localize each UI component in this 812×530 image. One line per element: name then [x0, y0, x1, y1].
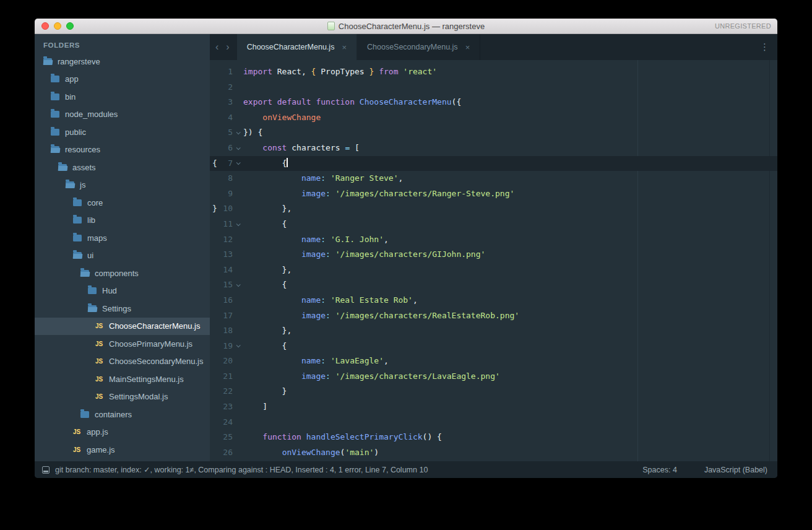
code-line-23[interactable]: 23 ]	[210, 399, 777, 415]
tab-next-icon[interactable]: ›	[226, 41, 229, 53]
fold-chevron-icon[interactable]	[233, 217, 243, 232]
line-number: 14	[218, 263, 233, 278]
sidebar-item-ChooseCharacterMenu-js[interactable]: JSChooseCharacterMenu.js	[35, 318, 210, 336]
sidebar-item-label: app	[65, 74, 79, 84]
fold-spacer	[233, 247, 243, 263]
sidebar-item-resources[interactable]: resources	[35, 141, 210, 159]
editor-column: ‹ › ChooseCharacterMenu.js×ChooseSeconda…	[210, 34, 777, 461]
tabs: ChooseCharacterMenu.js×ChooseSecondaryMe…	[237, 34, 481, 60]
folder-open-icon	[73, 252, 82, 259]
code-line-20[interactable]: 20 name: 'LavaEagle',	[210, 354, 777, 369]
tab-prev-icon[interactable]: ‹	[215, 41, 218, 53]
sidebar-item-app[interactable]: app	[35, 71, 210, 89]
brace-match-marker	[210, 369, 218, 384]
indent-setting[interactable]: Spaces: 4	[642, 466, 677, 474]
sidebar-item-public[interactable]: public	[35, 123, 210, 141]
fold-spacer	[233, 354, 243, 369]
code-line-4[interactable]: 4 onViewChange	[210, 110, 777, 126]
code-line-5[interactable]: 5}) {	[210, 125, 777, 141]
sidebar-item-core[interactable]: core	[35, 194, 210, 212]
sidebar-item-ui[interactable]: ui	[35, 247, 210, 265]
code-line-7[interactable]: {7 {	[210, 156, 777, 172]
code-text: const characters = [	[243, 141, 777, 156]
tab-bar: ‹ › ChooseCharacterMenu.js×ChooseSeconda…	[210, 34, 777, 60]
sidebar-item-label: maps	[87, 233, 107, 243]
fold-chevron-icon[interactable]	[233, 156, 243, 172]
sidebar-item-rangersteve[interactable]: rangersteve	[35, 53, 210, 71]
tab-ChooseSecondaryMenu-js[interactable]: ChooseSecondaryMenu.js×	[357, 34, 480, 60]
panel-icon[interactable]	[42, 466, 50, 474]
tab-overflow-icon[interactable]: ⋮	[752, 34, 777, 60]
folder-icon	[51, 111, 59, 118]
sidebar-item-MainSettingsMenu-js[interactable]: JSMainSettingsMenu.js	[35, 370, 210, 388]
syntax-setting[interactable]: JavaScript (Babel)	[704, 466, 767, 474]
code-line-17[interactable]: 17 image: '/images/characters/RealEstate…	[210, 308, 777, 324]
code-line-21[interactable]: 21 image: '/images/characters/LavaEagle.…	[210, 369, 777, 384]
fold-spacer	[233, 415, 243, 430]
sidebar-item-lib[interactable]: lib	[35, 212, 210, 230]
tab-ChooseCharacterMenu-js[interactable]: ChooseCharacterMenu.js×	[237, 34, 357, 60]
sidebar-item-Settings[interactable]: Settings	[35, 300, 210, 318]
code-line-15[interactable]: 15 {	[210, 277, 777, 293]
fold-chevron-icon[interactable]	[233, 277, 243, 293]
tab-close-icon[interactable]: ×	[465, 43, 470, 52]
sidebar-item-bin[interactable]: bin	[35, 88, 210, 106]
code-editor[interactable]: 1import React, { PropTypes } from 'react…	[210, 60, 777, 461]
sidebar-item-js[interactable]: js	[35, 176, 210, 194]
sidebar-item-game-js[interactable]: JSgame.js	[35, 441, 210, 459]
code-line-3[interactable]: 3export default function ChooseCharacter…	[210, 95, 777, 110]
code-line-12[interactable]: 12 name: 'G.I. John',	[210, 232, 777, 248]
code-line-16[interactable]: 16 name: 'Real Estate Rob',	[210, 293, 777, 308]
code-line-6[interactable]: 6 const characters = [	[210, 141, 777, 156]
brace-match-marker: }	[210, 201, 218, 217]
code-line-11[interactable]: 11 {	[210, 217, 777, 232]
sidebar-item-maps[interactable]: maps	[35, 229, 210, 247]
code-line-1[interactable]: 1import React, { PropTypes } from 'react…	[210, 64, 777, 80]
minimize-button[interactable]	[54, 22, 61, 30]
code-line-2[interactable]: 2	[210, 80, 777, 95]
line-number: 22	[218, 384, 233, 399]
line-number: 16	[218, 293, 233, 308]
tab-close-icon[interactable]: ×	[342, 43, 347, 52]
code-line-26[interactable]: 26 onViewChange('main')	[210, 445, 777, 461]
zoom-button[interactable]	[66, 22, 74, 30]
code-line-22[interactable]: 22 }	[210, 384, 777, 399]
code-line-13[interactable]: 13 image: '/images/characters/GIJohn.png…	[210, 247, 777, 263]
line-number: 8	[218, 171, 233, 186]
code-line-24[interactable]: 24	[210, 415, 777, 430]
folder-icon	[88, 287, 97, 294]
sidebar-item-label: Settings	[102, 304, 131, 313]
sidebar-item-node_modules[interactable]: node_modules	[35, 106, 210, 124]
code-line-9[interactable]: 9 image: '/images/characters/Ranger-Stev…	[210, 186, 777, 202]
sidebar-item-ChoosePrimaryMenu-js[interactable]: JSChoosePrimaryMenu.js	[35, 335, 210, 353]
close-button[interactable]	[41, 22, 49, 30]
titlebar: ChooseCharacterMenu.js — rangersteve UNR…	[35, 19, 777, 34]
folder-icon	[73, 235, 82, 241]
code-line-19[interactable]: 19 {	[210, 339, 777, 354]
fold-chevron-icon[interactable]	[233, 141, 243, 156]
sidebar-item-components[interactable]: components	[35, 264, 210, 282]
folder-open-icon	[88, 305, 97, 312]
code-line-14[interactable]: 14 },	[210, 263, 777, 278]
sidebar-item-containers[interactable]: containers	[35, 406, 210, 424]
brace-match-marker	[210, 308, 218, 324]
sidebar-item-assets[interactable]: assets	[35, 159, 210, 176]
code-line-25[interactable]: 25 function handleSelectPrimaryClick() {	[210, 430, 777, 445]
sidebar-item-label: SettingsModal.js	[109, 392, 168, 401]
line-number: 23	[218, 399, 233, 415]
main-area: FOLDERS rangersteveappbinnode_modulespub…	[35, 34, 777, 461]
sidebar-item-Hud[interactable]: Hud	[35, 282, 210, 300]
code-line-10[interactable]: }10 },	[210, 201, 777, 217]
sidebar-item-label: ChooseSecondaryMenu.js	[109, 357, 203, 366]
fold-chevron-icon[interactable]	[233, 125, 243, 141]
line-number: 20	[218, 354, 233, 369]
sidebar-item-SettingsModal-js[interactable]: JSSettingsModal.js	[35, 388, 210, 406]
sidebar-item-app-js[interactable]: JSapp.js	[35, 424, 210, 441]
fold-chevron-icon[interactable]	[233, 339, 243, 354]
code-line-18[interactable]: 18 },	[210, 323, 777, 339]
window-title: ChooseCharacterMenu.js — rangersteve	[339, 22, 485, 31]
line-number: 1	[218, 64, 233, 80]
sidebar-item-ChooseSecondaryMenu-js[interactable]: JSChooseSecondaryMenu.js	[35, 353, 210, 371]
brace-match-marker	[210, 445, 218, 461]
code-line-8[interactable]: 8 name: 'Ranger Steve',	[210, 171, 777, 186]
